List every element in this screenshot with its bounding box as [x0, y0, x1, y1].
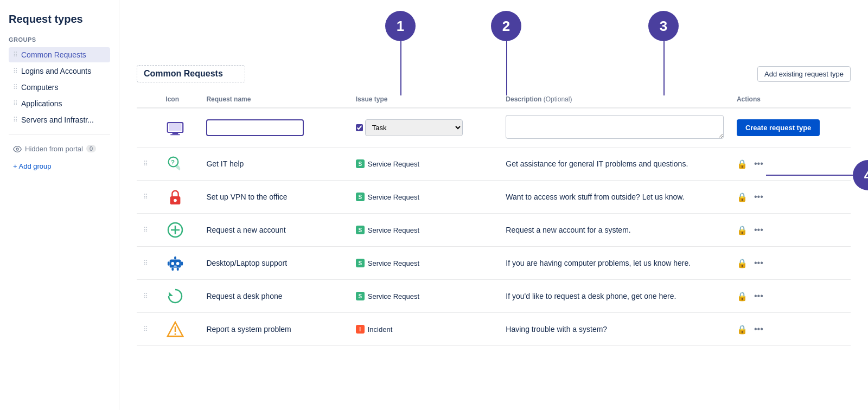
svg-point-0: [16, 148, 18, 150]
more-options-icon[interactable]: •••: [754, 258, 763, 268]
group-title[interactable]: Common Requests: [137, 65, 245, 82]
more-options-icon[interactable]: •••: [754, 159, 763, 169]
new-row-issue-cell[interactable]: Task Service Request Incident: [349, 108, 500, 148]
create-request-type-button[interactable]: Create request type: [737, 119, 820, 136]
groups-label: GROUPS: [9, 36, 110, 43]
issue-type-cell: S Service Request: [349, 148, 500, 181]
more-options-icon[interactable]: •••: [754, 225, 763, 235]
actions-container: 🔒 •••: [737, 258, 844, 268]
drag-handle-cell: ⠿: [137, 280, 159, 313]
sidebar-item-common-requests[interactable]: ⠿ Common Requests: [9, 47, 110, 62]
hidden-portal-item[interactable]: Hidden from portal 0: [9, 141, 110, 157]
actions-cell: 🔒 •••: [730, 181, 851, 214]
row-icon-lock-red: [165, 187, 185, 207]
name-cell: Set up VPN to the office: [200, 181, 349, 214]
lock-icon[interactable]: 🔒: [737, 159, 748, 169]
name-cell: Report a system problem: [200, 313, 349, 346]
actions-container: 🔒 •••: [737, 192, 844, 202]
issue-type-select[interactable]: Task Service Request Incident: [365, 119, 463, 136]
name-cell: Request a new account: [200, 214, 349, 247]
actions-cell: 🔒 •••: [730, 214, 851, 247]
svg-point-14: [176, 262, 180, 265]
col-header-icon: Icon: [159, 91, 200, 108]
table-row: ⠿ ? Get IT help S: [137, 148, 851, 181]
actions-cell: 🔒 •••: [730, 247, 851, 280]
svg-rect-19: [172, 267, 174, 271]
table-header-row: Icon Request name Issue type Description…: [137, 91, 851, 108]
eye-icon: [13, 144, 22, 153]
col-drag: [137, 91, 159, 108]
drag-handle-icon: ⠿: [13, 67, 18, 75]
desc-cell: If you are having computer problems, let…: [499, 247, 730, 280]
drag-handle-cell: ⠿: [137, 214, 159, 247]
row-icon-robot: [165, 253, 185, 273]
sidebar-divider: [9, 134, 110, 134]
description-input[interactable]: [506, 115, 724, 139]
row-icon-speech: ?: [165, 154, 185, 174]
lock-icon[interactable]: 🔒: [737, 324, 748, 335]
request-name-input[interactable]: [206, 119, 304, 136]
icon-cell: [159, 214, 200, 247]
svg-text:?: ?: [171, 159, 175, 165]
sidebar-item-logins-accounts[interactable]: ⠿ Logins and Accounts: [9, 63, 110, 79]
sidebar-item-applications[interactable]: ⠿ Applications: [9, 96, 110, 111]
new-row-icon-cell: [159, 108, 200, 148]
more-options-icon[interactable]: •••: [754, 291, 763, 301]
actions-container: 🔒 •••: [737, 291, 844, 302]
name-cell: Request a desk phone: [200, 280, 349, 313]
issue-type-cell: I Incident: [349, 313, 500, 346]
col-header-name: Request name: [200, 91, 349, 108]
service-request-icon: S: [356, 193, 365, 201]
sidebar-item-computers[interactable]: ⠿ Computers: [9, 80, 110, 95]
add-existing-request-type-button[interactable]: Add existing request type: [757, 66, 851, 82]
drag-handle-icon: ⠿: [13, 116, 18, 124]
tutorial-line-3: [663, 41, 665, 95]
issue-badge: I Incident: [356, 325, 493, 334]
row-icon-refresh: [165, 286, 185, 306]
drag-handle-cell: ⠿: [137, 313, 159, 346]
actions-container: 🔒 •••: [737, 159, 844, 169]
tutorial-bubble-2: 2: [491, 11, 521, 41]
add-group-button[interactable]: + Add group: [9, 159, 110, 174]
drag-handle-icon: ⠿: [13, 51, 18, 59]
issue-badge: S Service Request: [356, 292, 493, 300]
incident-icon: I: [356, 325, 365, 334]
actions-container: 🔒 •••: [737, 324, 844, 335]
row-icon-warning: [165, 319, 185, 339]
more-options-icon[interactable]: •••: [754, 192, 763, 202]
icon-cell: [159, 247, 200, 280]
issue-type-checkbox[interactable]: [356, 124, 363, 131]
lock-icon[interactable]: 🔒: [737, 258, 748, 268]
lock-icon-red[interactable]: 🔒: [737, 225, 748, 235]
issue-type-cell: S Service Request: [349, 181, 500, 214]
drag-handle-cell: ⠿: [137, 247, 159, 280]
svg-rect-17: [168, 261, 170, 266]
icon-cell: [159, 181, 200, 214]
svg-rect-20: [177, 267, 179, 271]
lock-icon[interactable]: 🔒: [737, 291, 748, 302]
sidebar-item-servers[interactable]: ⠿ Servers and Infrastr...: [9, 112, 110, 127]
new-row-icon: [165, 118, 185, 138]
more-options-icon[interactable]: •••: [754, 324, 763, 334]
issue-type-cell: S Service Request: [349, 247, 500, 280]
svg-rect-4: [169, 124, 182, 130]
hidden-portal-badge: 0: [86, 145, 96, 152]
tutorial-line-4: [766, 175, 853, 176]
group-header: Common Requests Add existing request typ…: [137, 65, 851, 82]
new-row-actions-cell[interactable]: Create request type: [730, 108, 851, 148]
issue-type-cell: S Service Request: [349, 214, 500, 247]
lock-icon[interactable]: 🔒: [737, 192, 748, 202]
service-request-icon: S: [356, 259, 365, 267]
service-request-icon: S: [356, 292, 365, 300]
new-row-name-cell[interactable]: [200, 108, 349, 148]
tutorial-line-1: [400, 41, 401, 95]
sidebar-title: Request types: [9, 13, 110, 25]
issue-badge: S Service Request: [356, 193, 493, 201]
new-row-desc-cell[interactable]: [499, 108, 730, 148]
tutorial-bubble-3: 3: [648, 11, 679, 41]
drag-handle-cell: [137, 108, 159, 148]
sidebar: Request types GROUPS ⠿ Common Requests ⠿…: [0, 0, 119, 410]
table-row: ⠿ Request a desk phone S S: [137, 280, 851, 313]
svg-point-8: [174, 199, 177, 202]
desc-cell: If you'd like to request a desk phone, g…: [499, 280, 730, 313]
